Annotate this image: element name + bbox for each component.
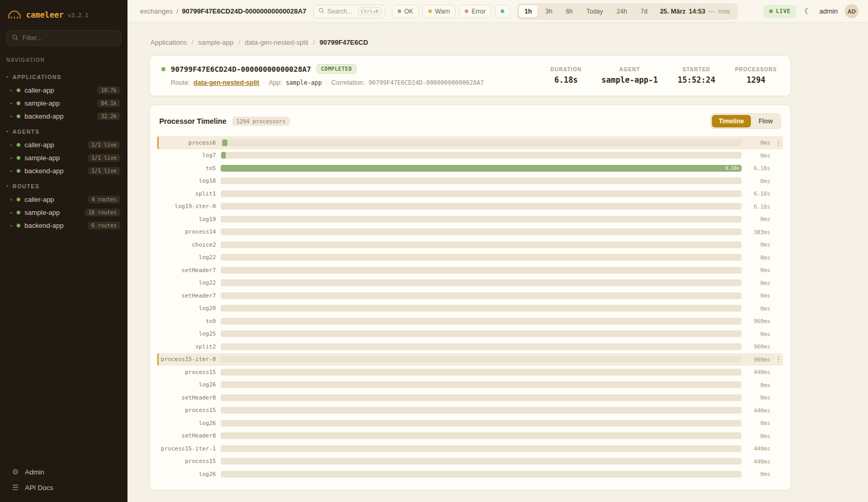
avatar[interactable]: AD — [845, 4, 859, 18]
app-version: v3.2.1 — [68, 12, 88, 19]
view-button-flow[interactable]: Flow — [752, 115, 780, 127]
timeline-row-process15[interactable]: process15440ms⋮ — [157, 366, 783, 379]
timeline-row-process15[interactable]: process15440ms⋮ — [157, 455, 783, 468]
sidebar-item-label: caller-app — [24, 196, 54, 203]
timeline-row-process14[interactable]: process14383ms⋮ — [157, 226, 783, 239]
timeline-row-log26[interactable]: log260ms⋮ — [157, 417, 783, 430]
live-badge[interactable]: LIVE — [763, 5, 797, 18]
timeline-row-log22[interactable]: log220ms⋮ — [157, 251, 783, 264]
sidebar-item-badge: 84.1k — [97, 99, 120, 107]
timeline-track — [221, 471, 742, 478]
timeline-row-to5[interactable]: to56.18s6.18s⋮ — [157, 162, 783, 175]
topbar: exchanges / 90799F47E6CD24D-000000000000… — [127, 0, 868, 23]
sidebar-item-sample-app[interactable]: ▸sample-app84.1k — [0, 97, 127, 110]
sidebar-section-applications[interactable]: ▾APPLICATIONS — [0, 68, 127, 84]
timeline-row-log19[interactable]: log190ms⋮ — [157, 213, 783, 226]
status-dot — [17, 101, 20, 105]
breadcrumb-item-90799f47e6cd: 90799F47E6CD — [320, 38, 368, 46]
timeline-row-log20[interactable]: log200ms⋮ — [157, 302, 783, 315]
range-button-24h[interactable]: 24h — [610, 5, 633, 18]
sidebar-item-label: sample-app — [24, 99, 60, 107]
sidebar-item-caller-app[interactable]: ▸caller-app4 routes — [0, 193, 127, 206]
sidebar-item-caller-app[interactable]: ▸caller-app1/1 live — [0, 138, 127, 151]
kebab-menu-icon[interactable]: ⋮ — [775, 356, 782, 363]
route-link[interactable]: data-gen-nested-split — [194, 79, 259, 86]
status-dot — [17, 143, 20, 147]
breadcrumb-item-applications[interactable]: Applications — [150, 38, 187, 46]
timeline-track — [221, 343, 742, 350]
breadcrumb-section[interactable]: exchanges — [140, 7, 173, 15]
timeline-row-process15-iter-1[interactable]: process15-iter-1440ms⋮ — [157, 442, 783, 455]
search-input[interactable]: Search... ... Ctrl+K — [313, 5, 385, 18]
sidebar-item-label: caller-app — [24, 141, 54, 149]
timeline-row-log18[interactable]: log180ms⋮ — [157, 175, 783, 188]
stat-label: AGENT — [602, 67, 658, 72]
timeline-row-split1[interactable]: split16.18s⋮ — [157, 187, 783, 200]
timeline-row-setHeader7[interactable]: setHeader70ms⋮ — [157, 264, 783, 277]
sidebar-item-label: sample-app — [24, 209, 60, 216]
sidebar-filter-input[interactable] — [22, 34, 116, 42]
timeline-row-setHeader8[interactable]: setHeader80ms⋮ — [157, 430, 783, 443]
status-dot — [428, 9, 432, 13]
sidebar-filter-box[interactable] — [6, 30, 121, 46]
sidebar-item-backend-app[interactable]: ▸backend-app32.2k — [0, 110, 127, 123]
exchange-stats: DURATION6.18sAGENTsample-app-1STARTED15:… — [551, 64, 777, 86]
timeline-row-log19-iter-0[interactable]: log19-iter-06.18s⋮ — [157, 200, 783, 213]
sidebar-item-admin[interactable]: ⚙ Admin — [11, 468, 118, 476]
timeline-bar — [222, 139, 227, 146]
processor-label: process15 — [159, 458, 216, 465]
sidebar-item-api-docs[interactable]: ☰ API Docs — [11, 483, 118, 492]
timeline-track — [221, 432, 742, 439]
stat-started: STARTED15:52:24 — [678, 67, 715, 85]
timeline-row-log26[interactable]: log260ms⋮ — [157, 468, 783, 481]
stat-duration: DURATION6.18s — [551, 67, 582, 85]
sidebar-section-agents[interactable]: ▾AGENTS — [0, 123, 127, 138]
processor-label: setHeader8 — [159, 432, 216, 439]
range-button-1h[interactable]: 1h — [518, 5, 538, 18]
view-button-timeline[interactable]: Timeline — [712, 115, 750, 127]
filter-chip-error[interactable]: Error — [459, 5, 491, 18]
app-root: cameleer v3.2.1 NAVIGATION ▾APPLICATIONS… — [0, 0, 868, 502]
timeline-row-setHeader8[interactable]: setHeader80ms⋮ — [157, 391, 783, 404]
timeline-row-log25[interactable]: log250ms⋮ — [157, 328, 783, 341]
range-button-today[interactable]: Today — [580, 5, 609, 18]
range-button-7d[interactable]: 7d — [634, 5, 654, 18]
timeline-row-setHeader7[interactable]: setHeader70ms⋮ — [157, 289, 783, 302]
breadcrumb-item-sample-app[interactable]: sample-app — [198, 38, 234, 46]
timeline-row-log26[interactable]: log260ms⋮ — [157, 379, 783, 392]
sidebar-item-caller-app[interactable]: ▸caller-app10.7k — [0, 84, 127, 97]
processor-label: setHeader7 — [159, 267, 216, 274]
processor-label: log26 — [159, 420, 216, 427]
filter-chip-extra[interactable] — [495, 5, 510, 18]
timeline-row-process15[interactable]: process15440ms⋮ — [157, 404, 783, 417]
sidebar-item-backend-app[interactable]: ▸backend-app6 routes — [0, 219, 127, 232]
timeline-row-log7[interactable]: log70ms⋮ — [157, 149, 783, 162]
range-button-3h[interactable]: 3h — [539, 5, 558, 18]
sidebar-item-backend-app[interactable]: ▸backend-app1/1 live — [0, 164, 127, 177]
sidebar-item-badge: 1/1 live — [88, 167, 120, 175]
row-duration: 0ms — [746, 267, 770, 273]
app-label: App: — [269, 79, 282, 86]
timeline-track — [221, 254, 742, 261]
range-button-6h[interactable]: 6h — [559, 5, 579, 18]
chevron-right-icon: ▸ — [10, 223, 12, 228]
dark-mode-toggle-moon-icon[interactable]: ☾ — [803, 6, 812, 16]
filter-chip-ok[interactable]: OK — [392, 5, 419, 18]
search-icon — [318, 8, 324, 15]
sidebar-item-sample-app[interactable]: ▸sample-app1/1 live — [0, 151, 127, 164]
timeline-row-log22[interactable]: log220ms⋮ — [157, 277, 783, 290]
kebab-menu-icon[interactable]: ⋮ — [775, 139, 782, 146]
timeline-track — [221, 381, 742, 388]
timeline-row-process15-iter-0[interactable]: process15-iter-0960ms⋮ — [157, 353, 783, 366]
breadcrumb-item-data-gen-nested-split[interactable]: data-gen-nested-split — [245, 38, 308, 46]
timeline-row-to9[interactable]: to9960ms⋮ — [157, 315, 783, 328]
timeline-row-choice2[interactable]: choice20ms⋮ — [157, 238, 783, 251]
row-duration: 6.18s — [746, 190, 770, 197]
timeline-row-split2[interactable]: split2960ms⋮ — [157, 340, 783, 353]
sidebar-section-routes[interactable]: ▾ROUTES — [0, 177, 127, 193]
sidebar-item-sample-app[interactable]: ▸sample-app16 routes — [0, 206, 127, 219]
row-duration: 440ms — [746, 458, 770, 465]
timeline-row-process6[interactable]: process60ms⋮ — [157, 136, 783, 149]
filter-chip-warn[interactable]: Warn — [423, 5, 455, 18]
timeline-bar: 6.18s — [221, 165, 742, 172]
